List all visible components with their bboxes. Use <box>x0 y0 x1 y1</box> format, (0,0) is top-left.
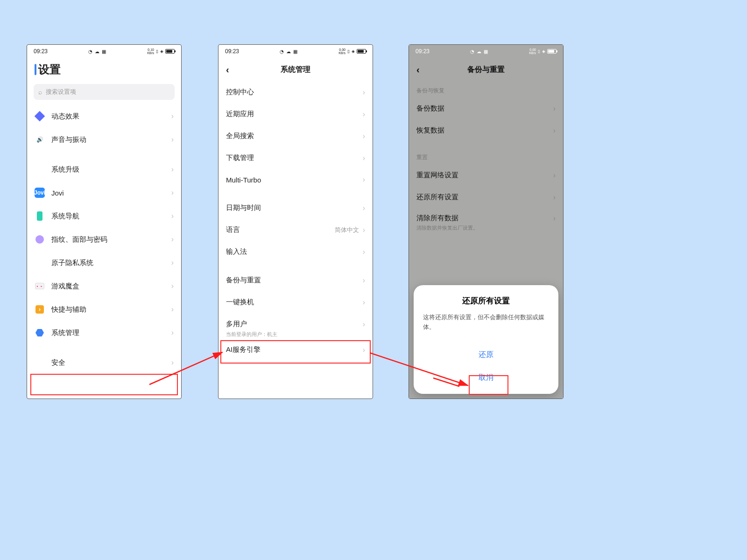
sim-icon: ▯ <box>156 49 158 54</box>
wifi-icon: ◈ <box>160 49 163 54</box>
status-bar: 09:23 ◔ ☁ ▦ 0.00KB/s ▯ ◈ <box>218 45 373 58</box>
status-time: 09:23 <box>225 48 239 55</box>
sim-icon: ▯ <box>538 49 540 54</box>
page-title: 备份与重置 <box>429 65 543 75</box>
shield-icon: ⛊ <box>35 357 45 368</box>
section-reset: 重置 <box>409 148 563 164</box>
row-recent-apps[interactable]: 近期应用› <box>218 103 373 125</box>
row-ai-engine[interactable]: AI服务引擎› <box>218 339 373 361</box>
back-button[interactable]: ‹ <box>416 64 429 75</box>
chevron-right-icon: › <box>171 112 174 120</box>
chevron-right-icon: › <box>171 212 174 220</box>
fingerprint-icon <box>35 234 45 245</box>
chevron-right-icon: › <box>363 346 365 354</box>
chevron-right-icon: › <box>363 175 365 184</box>
chevron-right-icon: › <box>363 298 365 307</box>
confirm-dialog: 还原所有设置 这将还原所有设置，但不会删除任何数据或媒体。 还原 取消 <box>414 285 558 394</box>
chevron-right-icon: › <box>171 189 174 197</box>
row-backup-reset[interactable]: 备份与重置› <box>218 269 373 291</box>
back-button[interactable]: ‹ <box>226 64 238 75</box>
chevron-right-icon: › <box>171 165 174 174</box>
status-left-icons: ◔ ☁ ▦ <box>470 49 488 54</box>
battery-icon <box>547 49 557 54</box>
hexagon-icon <box>35 328 45 338</box>
row-multi-turbo[interactable]: Multi-Turbo› <box>218 169 373 190</box>
row-global-search[interactable]: 全局搜索› <box>218 125 373 147</box>
row-biometrics[interactable]: 指纹、面部与密码 › <box>27 228 181 251</box>
battery-icon <box>357 49 366 54</box>
chevron-right-icon: › <box>553 105 556 113</box>
battery-icon <box>165 49 175 54</box>
status-left-icons: ◔ ☁ ▦ <box>88 49 106 54</box>
row-sound-vibration[interactable]: 🔊 声音与振动 › <box>27 128 181 151</box>
status-time: 09:23 <box>34 48 48 55</box>
chevron-right-icon: › <box>171 329 174 337</box>
wifi-icon: ◈ <box>352 49 355 54</box>
chevron-right-icon: › <box>553 214 556 223</box>
wifi-icon: ◈ <box>542 49 545 54</box>
chevron-right-icon: › <box>363 88 365 97</box>
shield-icon: ⛨ <box>35 258 45 268</box>
row-multi-user[interactable]: 多用户›当前登录的用户：机主 <box>218 313 373 339</box>
chevron-right-icon: › <box>363 226 365 234</box>
search-input[interactable]: ⌕ 搜索设置项 <box>34 84 175 100</box>
chevron-right-icon: › <box>553 126 556 135</box>
row-game-box[interactable]: 游戏魔盒 › <box>27 274 181 298</box>
status-bar: 09:23 ◔ ☁ ▦ 0.00KB/s ▯ ◈ <box>409 45 563 58</box>
row-system-navigation[interactable]: 系统导航 › <box>27 204 181 228</box>
status-time: 09:23 <box>416 48 430 55</box>
status-bar: 09:23 ◔ ☁ ▦ 0.10KB/s ▯ ◈ <box>27 45 181 58</box>
row-reset-all-settings[interactable]: 还原所有设置› <box>409 186 563 208</box>
sound-icon: 🔊 <box>35 134 45 145</box>
row-control-center[interactable]: 控制中心› <box>218 81 373 103</box>
phone-icon <box>35 211 45 221</box>
sim-icon: ▯ <box>347 49 350 54</box>
chevron-right-icon: › <box>171 282 174 290</box>
search-icon: ⌕ <box>38 88 42 96</box>
search-placeholder: 搜索设置项 <box>46 88 76 96</box>
row-restore-data[interactable]: 恢复数据› <box>409 119 563 141</box>
row-security[interactable]: ⛊ 安全 › <box>27 351 181 374</box>
chevron-right-icon: › <box>171 358 174 367</box>
row-one-click-switch[interactable]: 一键换机› <box>218 291 373 313</box>
chevron-right-icon: › <box>171 259 174 267</box>
row-jovi[interactable]: Jovi Jovi › <box>27 181 181 204</box>
row-language[interactable]: 语言简体中文› <box>218 219 373 241</box>
row-erase-all-data[interactable]: 清除所有数据› 清除数据并恢复出厂设置。 <box>409 208 563 237</box>
chevron-right-icon: › <box>363 110 365 119</box>
gamepad-icon <box>35 281 45 291</box>
page-header: 设置 <box>27 58 181 81</box>
confirm-button[interactable]: 还原 <box>423 343 549 366</box>
chevron-right-icon: › <box>171 135 174 144</box>
chevron-right-icon: › <box>363 248 365 256</box>
dialog-title: 还原所有设置 <box>423 295 549 306</box>
row-system-management[interactable]: 系统管理 › <box>27 321 181 344</box>
row-input-method[interactable]: 输入法› <box>218 241 373 263</box>
row-download-manager[interactable]: 下载管理› <box>218 147 373 169</box>
chevron-right-icon: › <box>363 276 365 285</box>
chevron-right-icon: › <box>171 235 174 244</box>
row-reset-network[interactable]: 重置网络设置› <box>409 164 563 186</box>
row-dynamic-effects[interactable]: 动态效果 › <box>27 105 181 128</box>
chevron-right-icon: › <box>363 132 365 140</box>
screen-system-management: 09:23 ◔ ☁ ▦ 0.00KB/s ▯ ◈ ‹ 系统管理 控制中心› 近期… <box>218 44 373 399</box>
chevron-right-icon: › <box>363 154 365 162</box>
row-backup-data[interactable]: 备份数据› <box>409 98 563 119</box>
jovi-icon: Jovi <box>35 188 45 198</box>
row-privacy-system[interactable]: ⛨ 原子隐私系统 › <box>27 251 181 274</box>
arrow-icon <box>35 304 45 315</box>
row-shortcut-accessibility[interactable]: 快捷与辅助 › <box>27 298 181 321</box>
row-system-upgrade[interactable]: ⬆ 系统升级 › <box>27 158 181 181</box>
chevron-right-icon: › <box>171 305 174 314</box>
row-date-time[interactable]: 日期与时间› <box>218 197 373 219</box>
page-title: 系统管理 <box>238 65 353 75</box>
screen-backup-reset: 09:23 ◔ ☁ ▦ 0.00KB/s ▯ ◈ ‹ 备份与重置 备份与恢复 备… <box>409 44 564 399</box>
chevron-right-icon: › <box>363 320 365 329</box>
cancel-button[interactable]: 取消 <box>423 366 549 389</box>
arrow-up-icon: ⬆ <box>35 164 45 175</box>
page-header: ‹ 备份与重置 <box>409 58 563 81</box>
screen-settings: 09:23 ◔ ☁ ▦ 0.10KB/s ▯ ◈ 设置 ⌕ 搜索设置项 动态效果… <box>27 44 182 399</box>
section-backup-restore: 备份与恢复 <box>409 81 563 98</box>
page-header: ‹ 系统管理 <box>218 58 373 81</box>
chevron-right-icon: › <box>363 204 365 212</box>
